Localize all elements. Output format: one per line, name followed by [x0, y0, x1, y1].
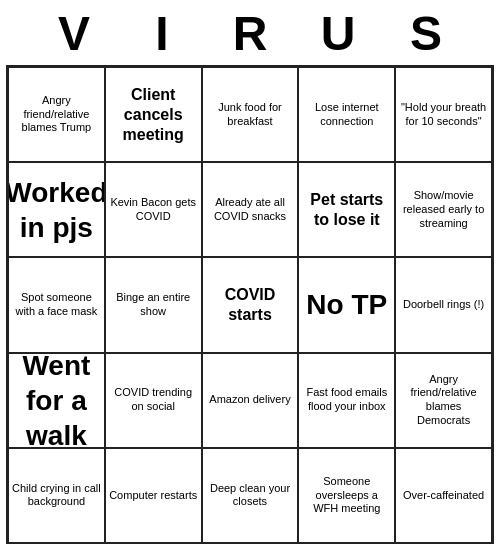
bingo-header: V I R U S: [0, 0, 500, 65]
bingo-cell-3[interactable]: Lose internet connection: [298, 67, 395, 162]
bingo-cell-11[interactable]: Binge an entire show: [105, 257, 202, 352]
bingo-cell-2[interactable]: Junk food for breakfast: [202, 67, 299, 162]
bingo-cell-10[interactable]: Spot someone with a face mask: [8, 257, 105, 352]
bingo-cell-17[interactable]: Amazon delivery: [202, 353, 299, 448]
bingo-cell-14[interactable]: Doorbell rings (!): [395, 257, 492, 352]
bingo-cell-21[interactable]: Computer restarts: [105, 448, 202, 543]
bingo-cell-22[interactable]: Deep clean your closets: [202, 448, 299, 543]
bingo-cell-0[interactable]: Angry friend/relative blames Trump: [8, 67, 105, 162]
bingo-cell-13[interactable]: No TP: [298, 257, 395, 352]
bingo-cell-1[interactable]: Client cancels meeting: [105, 67, 202, 162]
header-s: S: [382, 6, 470, 61]
header-u: U: [294, 6, 382, 61]
bingo-grid: Angry friend/relative blames TrumpClient…: [6, 65, 494, 544]
bingo-cell-6[interactable]: Kevin Bacon gets COVID: [105, 162, 202, 257]
bingo-cell-18[interactable]: Fast food emails flood your inbox: [298, 353, 395, 448]
header-v: V: [30, 6, 118, 61]
bingo-cell-23[interactable]: Someone oversleeps a WFH meeting: [298, 448, 395, 543]
bingo-cell-24[interactable]: Over-caffeinated: [395, 448, 492, 543]
header-r: R: [206, 6, 294, 61]
bingo-cell-16[interactable]: COVID trending on social: [105, 353, 202, 448]
bingo-cell-15[interactable]: Went for a walk: [8, 353, 105, 448]
bingo-cell-8[interactable]: Pet starts to lose it: [298, 162, 395, 257]
bingo-cell-7[interactable]: Already ate all COVID snacks: [202, 162, 299, 257]
bingo-cell-12[interactable]: COVID starts: [202, 257, 299, 352]
bingo-cell-19[interactable]: Angry friend/relative blames Democrats: [395, 353, 492, 448]
bingo-cell-9[interactable]: Show/movie released early to streaming: [395, 162, 492, 257]
header-i: I: [118, 6, 206, 61]
bingo-cell-4[interactable]: "Hold your breath for 10 seconds": [395, 67, 492, 162]
bingo-cell-5[interactable]: Worked in pjs: [8, 162, 105, 257]
bingo-cell-20[interactable]: Child crying in call background: [8, 448, 105, 543]
